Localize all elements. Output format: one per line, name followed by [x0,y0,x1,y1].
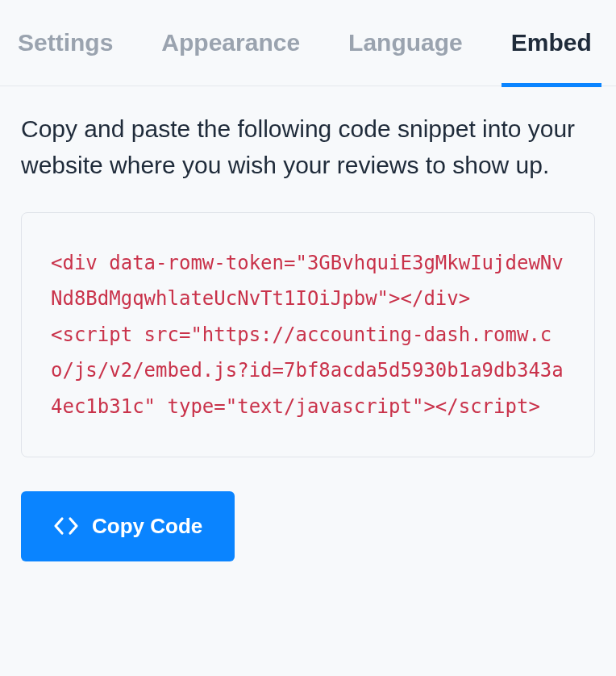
tab-appearance[interactable]: Appearance [160,0,302,86]
tab-bar: Settings Appearance Language Embed [0,0,616,86]
embed-panel: Copy and paste the following code snippe… [0,86,616,561]
copy-code-button[interactable]: Copy Code [21,491,235,561]
embed-instructions: Copy and paste the following code snippe… [21,111,595,183]
tab-embed[interactable]: Embed [510,0,593,86]
embed-code-snippet[interactable]: <div data-romw-token="3GBvhquiE3gMkwIujd… [21,212,595,457]
tab-language[interactable]: Language [347,0,464,86]
code-icon [53,516,79,536]
tab-settings[interactable]: Settings [16,0,114,86]
copy-code-button-label: Copy Code [92,514,202,539]
